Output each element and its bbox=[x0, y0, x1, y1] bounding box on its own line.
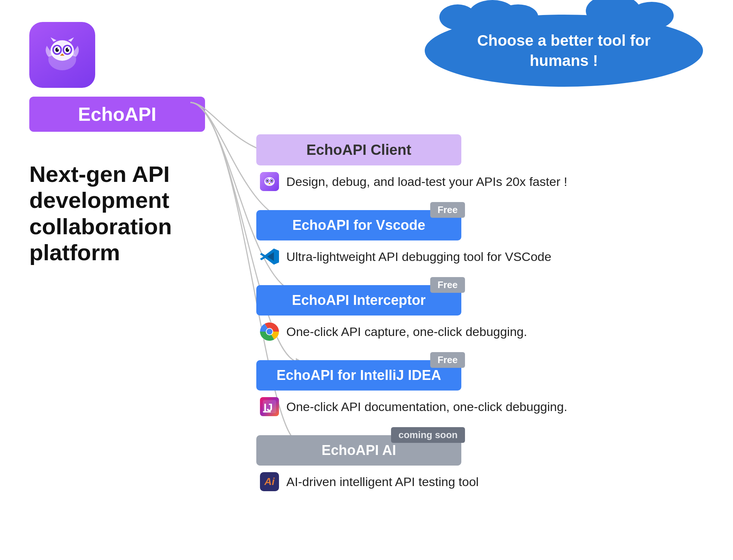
left-section: EchoAPI Next-gen API development collabo… bbox=[29, 22, 220, 265]
svg-point-5 bbox=[57, 48, 59, 49]
product-header-client: EchoAPI Client bbox=[256, 134, 703, 165]
ai-icon: Ai bbox=[260, 472, 279, 491]
ai-desc: Ai AI-driven intelligent API testing too… bbox=[256, 472, 703, 491]
vscode-icon bbox=[260, 247, 279, 266]
echoapi-client-icon bbox=[260, 172, 279, 191]
svg-rect-34 bbox=[263, 411, 271, 412]
chrome-icon bbox=[260, 322, 279, 341]
product-item-intellij: EchoAPI for IntelliJ IDEA Free bbox=[256, 360, 703, 416]
vscode-badge: Free bbox=[430, 202, 465, 218]
intellij-desc: IJ One-click API documentation, one-clic… bbox=[256, 397, 703, 416]
ai-badge: coming soon bbox=[391, 427, 465, 443]
echoapi-label: EchoAPI bbox=[29, 97, 205, 132]
product-item-client: EchoAPI Client bbox=[256, 134, 703, 191]
cloud-bubble: Choose a better tool for humans ! bbox=[425, 15, 703, 87]
product-item-interceptor: EchoAPI Interceptor Free bbox=[256, 285, 703, 341]
page-container: EchoAPI Next-gen API development collabo… bbox=[0, 0, 733, 560]
tagline: Next-gen API development collaboration p… bbox=[29, 161, 220, 265]
product-item-vscode: EchoAPI for Vscode Free Ultra-lightweigh… bbox=[256, 210, 703, 266]
svg-point-9 bbox=[68, 48, 69, 49]
svg-point-22 bbox=[267, 180, 268, 182]
product-item-ai: EchoAPI AI coming soon Ai AI-driven inte… bbox=[256, 435, 703, 491]
items-section: EchoAPI Client bbox=[256, 134, 703, 491]
intellij-icon: IJ bbox=[260, 397, 279, 416]
interceptor-desc: One-click API capture, one-click debuggi… bbox=[256, 322, 703, 341]
svg-marker-11 bbox=[51, 37, 56, 42]
client-desc: Design, debug, and load-test your APIs 2… bbox=[256, 172, 703, 191]
svg-point-25 bbox=[271, 180, 272, 182]
product-header-vscode: EchoAPI for Vscode Free bbox=[256, 210, 703, 240]
vscode-desc: Ultra-lightweight API debugging tool for… bbox=[256, 247, 703, 266]
intellij-badge: Free bbox=[430, 352, 465, 368]
right-section: Choose a better tool for humans ! bbox=[256, 15, 703, 510]
product-header-intellij: EchoAPI for IntelliJ IDEA Free bbox=[256, 360, 703, 391]
product-header-interceptor: EchoAPI Interceptor Free bbox=[256, 285, 703, 316]
echoapi-client-button[interactable]: EchoAPI Client bbox=[256, 134, 461, 165]
app-icon bbox=[29, 22, 95, 88]
svg-point-30 bbox=[267, 329, 272, 335]
product-header-ai: EchoAPI AI coming soon bbox=[256, 435, 703, 466]
interceptor-badge: Free bbox=[430, 277, 465, 293]
svg-marker-12 bbox=[68, 37, 74, 42]
